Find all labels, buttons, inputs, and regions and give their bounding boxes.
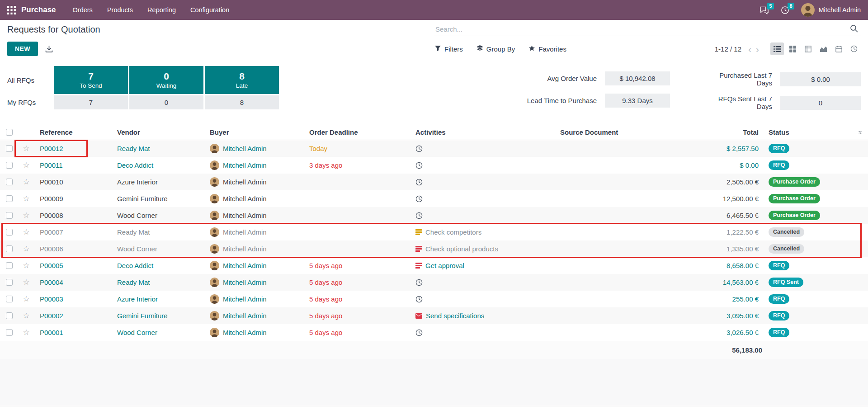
- table-row[interactable]: ☆ P00012 Ready Mat Mitchell Admin Today …: [0, 140, 868, 157]
- favorite-star-icon[interactable]: ☆: [18, 211, 34, 220]
- header-order-deadline[interactable]: Order Deadline: [306, 128, 412, 136]
- row-checkbox[interactable]: [6, 212, 13, 219]
- favorite-star-icon[interactable]: ☆: [18, 160, 34, 170]
- buyer-name: Mitchell Admin: [223, 145, 267, 152]
- new-button[interactable]: NEW: [7, 42, 38, 56]
- header-vendor[interactable]: Vendor: [113, 128, 206, 136]
- pager-next-button[interactable]: ›: [754, 44, 761, 54]
- row-checkbox[interactable]: [6, 195, 13, 202]
- table-row[interactable]: ☆ P00008 Wood Corner Mitchell Admin 6,46…: [0, 207, 868, 224]
- favorite-star-icon[interactable]: ☆: [18, 177, 34, 187]
- list-view-button[interactable]: [770, 42, 784, 55]
- row-checkbox[interactable]: [6, 279, 13, 286]
- menu-products[interactable]: Products: [101, 3, 139, 17]
- activity-cell[interactable]: Check competitors: [412, 228, 557, 236]
- group-by-button[interactable]: Group By: [476, 45, 515, 53]
- pager-previous-button[interactable]: ‹: [746, 44, 754, 54]
- table-row[interactable]: ☆ P00003 Azure Interior Mitchell Admin 5…: [0, 291, 868, 307]
- row-checkbox[interactable]: [6, 329, 13, 336]
- header-buyer[interactable]: Buyer: [206, 128, 306, 136]
- kanban-view-button[interactable]: [786, 42, 799, 55]
- kpi-my-to-send[interactable]: 7: [54, 95, 128, 109]
- select-all-checkbox[interactable]: [6, 129, 13, 136]
- row-checkbox[interactable]: [6, 179, 13, 185]
- table-row[interactable]: ☆ P00007 Ready Mat Mitchell Admin Check …: [0, 224, 868, 240]
- row-checkbox[interactable]: [6, 229, 13, 236]
- user-name: Mitchell Admin: [819, 6, 861, 14]
- activity-cell[interactable]: [412, 279, 557, 286]
- activity-cell[interactable]: [412, 145, 557, 152]
- activities-icon[interactable]: 8: [781, 6, 789, 14]
- activity-cell[interactable]: Send specifications: [412, 312, 557, 320]
- kpi-to-send[interactable]: 7 To Send: [54, 66, 128, 94]
- search-input[interactable]: [434, 23, 861, 36]
- menu-reporting[interactable]: Reporting: [142, 3, 182, 17]
- favorite-star-icon[interactable]: ☆: [18, 194, 34, 203]
- row-checkbox[interactable]: [6, 262, 13, 269]
- favorites-button[interactable]: Favorites: [528, 45, 566, 53]
- user-menu[interactable]: Mitchell Admin: [801, 3, 861, 17]
- search-icon[interactable]: [850, 24, 858, 33]
- row-checkbox[interactable]: [6, 162, 13, 169]
- filters-button[interactable]: Filters: [434, 45, 463, 53]
- activity-cell[interactable]: [412, 195, 557, 203]
- header-source-document[interactable]: Source Document: [557, 128, 694, 136]
- table-row[interactable]: ☆ P00009 Gemini Furniture Mitchell Admin…: [0, 190, 868, 207]
- reference-text: P00007: [40, 228, 63, 236]
- kpi-my-waiting[interactable]: 0: [129, 95, 203, 109]
- menu-orders[interactable]: Orders: [67, 3, 99, 17]
- favorite-star-icon[interactable]: ☆: [18, 227, 34, 237]
- activity-cell[interactable]: Get approval: [412, 262, 557, 269]
- table-row[interactable]: ☆ P00010 Azure Interior Mitchell Admin 2…: [0, 174, 868, 190]
- favorite-star-icon[interactable]: ☆: [18, 244, 34, 254]
- buyer-avatar: [210, 244, 219, 254]
- row-checkbox[interactable]: [6, 245, 13, 252]
- kpi-waiting[interactable]: 0 Waiting: [129, 66, 203, 94]
- kpi-my-late[interactable]: 8: [205, 95, 279, 109]
- table-row[interactable]: ☆ P00006 Wood Corner Mitchell Admin Chec…: [0, 240, 868, 257]
- favorite-star-icon[interactable]: ☆: [18, 328, 34, 337]
- row-checkbox[interactable]: [6, 296, 13, 302]
- favorite-star-icon[interactable]: ☆: [18, 311, 34, 320]
- table-row[interactable]: ☆ P00011 Deco Addict Mitchell Admin 3 da…: [0, 157, 868, 174]
- calendar-view-button[interactable]: [832, 42, 845, 55]
- activity-cell[interactable]: [412, 162, 557, 169]
- deadline-text: 5 days ago: [309, 329, 342, 336]
- activity-cell[interactable]: [412, 296, 557, 303]
- table-row[interactable]: ☆ P00004 Ready Mat Mitchell Admin 5 days…: [0, 274, 868, 291]
- row-checkbox[interactable]: [6, 145, 13, 152]
- activity-cell[interactable]: [412, 179, 557, 186]
- search-bar: [434, 23, 861, 36]
- clock-icon: [415, 279, 423, 286]
- table-row[interactable]: ☆ P00005 Deco Addict Mitchell Admin 5 da…: [0, 257, 868, 274]
- messages-icon[interactable]: 5: [760, 6, 769, 14]
- export-icon[interactable]: [45, 45, 53, 53]
- reference-text: P00003: [40, 295, 63, 303]
- buyer-name: Mitchell Admin: [223, 161, 267, 169]
- activity-cell[interactable]: [412, 329, 557, 336]
- table-row[interactable]: ☆ P00002 Gemini Furniture Mitchell Admin…: [0, 307, 868, 324]
- kpi-late[interactable]: 8 Late: [205, 66, 279, 94]
- header-activities[interactable]: Activities: [412, 128, 557, 136]
- favorite-star-icon[interactable]: ☆: [18, 144, 34, 153]
- favorite-star-icon[interactable]: ☆: [18, 278, 34, 287]
- buyer-name: Mitchell Admin: [223, 178, 267, 186]
- menu-configuration[interactable]: Configuration: [184, 3, 235, 17]
- app-name[interactable]: Purchase: [21, 5, 56, 14]
- optional-columns-icon[interactable]: [855, 129, 868, 136]
- activity-view-button[interactable]: [847, 42, 861, 55]
- activity-cell[interactable]: Check optional products: [412, 245, 557, 253]
- activities-count-badge: 8: [788, 3, 794, 9]
- header-reference[interactable]: Reference: [34, 128, 113, 136]
- header-total[interactable]: Total: [694, 128, 762, 136]
- table-row[interactable]: ☆ P00001 Wood Corner Mitchell Admin 5 da…: [0, 324, 868, 341]
- favorite-star-icon[interactable]: ☆: [18, 294, 34, 304]
- apps-grid-icon[interactable]: [7, 6, 16, 14]
- pivot-view-button[interactable]: [801, 42, 815, 55]
- header-status[interactable]: Status: [762, 128, 855, 136]
- activity-cell[interactable]: [412, 212, 557, 219]
- favorite-star-icon[interactable]: ☆: [18, 261, 34, 270]
- row-checkbox[interactable]: [6, 312, 13, 319]
- vendor-text: Ready Mat: [117, 145, 150, 152]
- graph-view-button[interactable]: [816, 42, 830, 55]
